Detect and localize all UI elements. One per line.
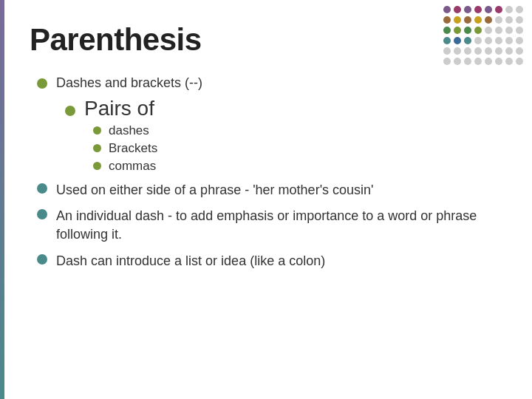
level3-item-brackets-text: Brackets bbox=[109, 141, 157, 156]
dot-grid-cell bbox=[495, 58, 502, 65]
dot-grid-cell bbox=[495, 47, 502, 55]
dot-grid-cell bbox=[485, 6, 492, 13]
level1-item-individual-dash: An individual dash - to add emphasis or … bbox=[37, 207, 502, 244]
dot-grid-cell bbox=[485, 37, 492, 44]
level3-items: dashes Brackets commas bbox=[93, 123, 502, 174]
level3-item-dashes: dashes bbox=[93, 123, 502, 138]
dot-grid-cell bbox=[474, 37, 482, 44]
dot-grid-cell bbox=[464, 27, 471, 34]
level1-item-used-on-text: Used on either side of a phrase - 'her m… bbox=[56, 181, 374, 200]
dot-grid-cell bbox=[474, 58, 482, 65]
dot-grid-cell bbox=[474, 6, 482, 13]
dot-grid-cell bbox=[464, 47, 471, 55]
dot-grid-cell bbox=[485, 16, 492, 24]
dot-grid-cell bbox=[485, 58, 492, 65]
dot-grid-cell bbox=[464, 16, 471, 24]
dot-grid-cell bbox=[516, 37, 523, 44]
dot-grid-cell bbox=[516, 6, 523, 13]
level1-item-dash-introduce-text: Dash can introduce a list or idea (like … bbox=[56, 252, 325, 270]
bullet-dot-used-on bbox=[37, 183, 47, 194]
dot-grid-cell bbox=[443, 16, 451, 24]
level1-item-dash-introduce: Dash can introduce a list or idea (like … bbox=[37, 252, 502, 270]
dot-grid-cell bbox=[516, 27, 523, 34]
bullet-dot-l3-3 bbox=[93, 162, 101, 170]
bullet-dot-l1-1 bbox=[37, 78, 47, 89]
dot-grid-cell bbox=[454, 37, 461, 44]
bullet-dot-dash-introduce bbox=[37, 254, 47, 265]
level1-item1: Dashes and brackets (--) bbox=[37, 75, 502, 91]
pairs-of-container: Pairs of dashes Brackets commas bbox=[65, 97, 502, 174]
slide: Parenthesis Dashes and brackets (--) Pai… bbox=[0, 0, 532, 399]
dot-grid-cell bbox=[505, 58, 513, 65]
dot-grid-cell bbox=[516, 58, 523, 65]
dot-grid-cell bbox=[464, 6, 471, 13]
dot-grid-cell bbox=[464, 37, 471, 44]
dot-grid-cell bbox=[454, 47, 461, 55]
dot-grid-cell bbox=[505, 6, 513, 13]
dot-grid-cell bbox=[495, 16, 502, 24]
dot-grid-cell bbox=[443, 58, 451, 65]
dot-grid-cell bbox=[505, 27, 513, 34]
dot-grid-cell bbox=[443, 6, 451, 13]
dot-grid-cell bbox=[454, 27, 461, 34]
dot-grid-cell bbox=[516, 47, 523, 55]
dot-grid-cell bbox=[485, 27, 492, 34]
dot-grid-cell bbox=[495, 6, 502, 13]
level3-item-commas: commas bbox=[93, 159, 502, 174]
bullet-dot-l3-1 bbox=[93, 126, 101, 134]
level1-item-used-on: Used on either side of a phrase - 'her m… bbox=[37, 181, 502, 200]
dot-grid-cell bbox=[505, 47, 513, 55]
dot-grid-cell bbox=[464, 58, 471, 65]
dot-grid-cell bbox=[505, 16, 513, 24]
level1-item-individual-dash-text: An individual dash - to add emphasis or … bbox=[56, 207, 502, 244]
left-border-accent bbox=[0, 0, 4, 399]
dot-grid-cell bbox=[454, 6, 461, 13]
dot-grid-cell bbox=[495, 27, 502, 34]
dot-grid-cell bbox=[474, 47, 482, 55]
dot-grid-cell bbox=[443, 27, 451, 34]
dot-grid-cell bbox=[454, 58, 461, 65]
dot-grid-cell bbox=[443, 47, 451, 55]
dot-grid-cell bbox=[474, 27, 482, 34]
dot-grid-cell bbox=[505, 37, 513, 44]
level1-item1-text: Dashes and brackets (--) bbox=[56, 75, 202, 91]
dot-grid-decoration bbox=[443, 6, 525, 65]
slide-title: Parenthesis bbox=[30, 22, 502, 58]
bullet-dot-individual-dash bbox=[37, 209, 47, 219]
pairs-of-label: Pairs of bbox=[65, 97, 502, 120]
slide-content: Dashes and brackets (--) Pairs of dashes… bbox=[30, 75, 502, 270]
bullet-dot-l2-pairs bbox=[65, 106, 75, 116]
level3-item-commas-text: commas bbox=[109, 159, 156, 174]
dot-grid-cell bbox=[495, 37, 502, 44]
dot-grid-cell bbox=[474, 16, 482, 24]
bullet-dot-l3-2 bbox=[93, 144, 101, 152]
dot-grid-cell bbox=[485, 47, 492, 55]
dot-grid-cell bbox=[443, 37, 451, 44]
level3-item-brackets: Brackets bbox=[93, 141, 502, 156]
level1-items-list: Used on either side of a phrase - 'her m… bbox=[37, 181, 502, 270]
dot-grid-cell bbox=[516, 16, 523, 24]
dot-grid-cell bbox=[454, 16, 461, 24]
level3-item-dashes-text: dashes bbox=[109, 123, 149, 138]
